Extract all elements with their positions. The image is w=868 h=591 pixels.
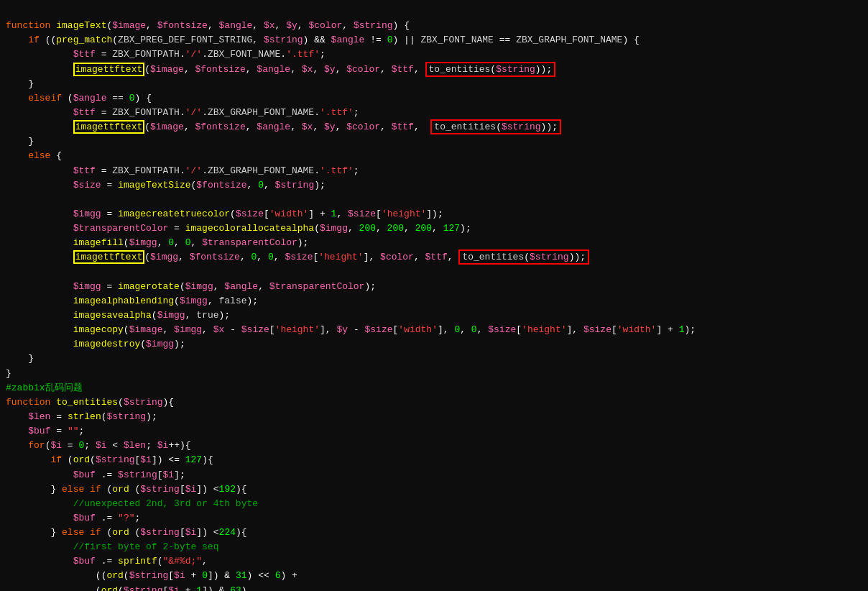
code-block: function imageText($image, $fontsize, $a… [0, 0, 868, 591]
